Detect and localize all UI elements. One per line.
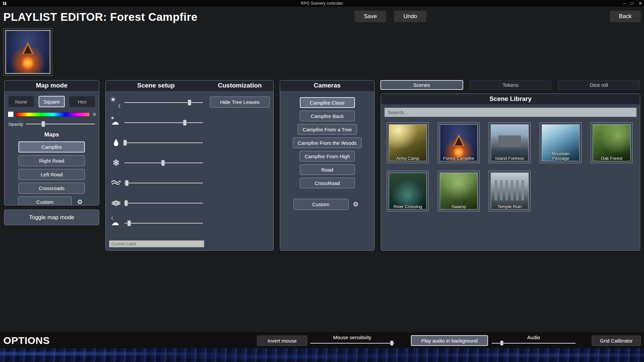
night-clouds-icon: ☾ ☁ <box>108 217 124 229</box>
grid-calibrator-button[interactable]: Grid Calibrator <box>592 336 641 346</box>
fog-icon <box>108 197 124 209</box>
wind-slider[interactable] <box>124 180 203 186</box>
tab-scenes[interactable]: Scenes <box>380 80 463 90</box>
tab-tokens[interactable]: Tokens <box>470 80 552 90</box>
camera-campfire-from-the-woods-button[interactable]: Campfire From the Woods <box>293 137 362 148</box>
map-custom-button[interactable]: Custom <box>18 196 72 205</box>
day-night-row: ☀ ☾ <box>108 96 203 109</box>
save-button[interactable]: Save <box>354 10 386 22</box>
cloudiness-slider[interactable] <box>124 119 203 126</box>
scene-card-label: Forest Campfire <box>438 156 479 161</box>
night-clouds-slider-handle[interactable] <box>127 220 131 226</box>
mouse-sensitivity-label: Mouse sensitivity <box>310 335 394 340</box>
forest-campfire-thumbnail-image <box>5 30 50 74</box>
camera-campfire-back-button[interactable]: Campfire Back <box>300 111 355 121</box>
snow-icon: ❄ <box>108 157 124 169</box>
camera-road-button[interactable]: Road <box>300 164 355 175</box>
invert-mouse-button[interactable]: Invert mouse <box>257 336 307 346</box>
rain-slider[interactable] <box>124 139 203 146</box>
hue-value: 0 <box>92 112 96 117</box>
toggle-map-mode-button[interactable]: Toggle map mode <box>4 209 99 225</box>
map-custom-gear-button[interactable]: ⚙ <box>74 197 85 206</box>
wind-icon <box>108 177 124 189</box>
scene-card-forest-campfire[interactable]: Forest Campfire <box>438 122 480 163</box>
hue-gradient-slider[interactable] <box>16 112 90 117</box>
scene-library-title: Scene Library <box>381 94 640 104</box>
map-mode-panel: Map mode None Square Hex 0 Opacity Maps … <box>4 80 99 205</box>
undo-button[interactable]: Undo <box>394 10 427 22</box>
scene-card-temple-ruin[interactable]: Temple Ruin <box>489 171 531 212</box>
camera-custom-gear-button[interactable]: ⚙ <box>351 199 361 210</box>
camera-campfire-close-button[interactable]: Campfire Close <box>300 97 355 108</box>
snow-row: ❄ <box>108 157 203 169</box>
search-input[interactable] <box>384 108 637 117</box>
cloudiness-slider-handle[interactable] <box>183 120 187 126</box>
playlist-scene-thumbnail[interactable] <box>3 28 52 76</box>
wind-slider-handle[interactable] <box>125 180 129 186</box>
fog-slider-handle[interactable] <box>124 200 128 206</box>
scene-card-army-camp[interactable]: Army Camp <box>387 122 429 163</box>
scene-card-island-fortress[interactable]: Island Fortress <box>489 122 531 163</box>
map-mode-square-button[interactable]: Square <box>39 96 65 107</box>
mouse-sensitivity-slider[interactable] <box>310 341 394 346</box>
rain-slider-handle[interactable] <box>123 140 127 146</box>
options-bar: OPTIONS Invert mouse Mouse sensitivity P… <box>0 333 644 348</box>
audio-volume-slider[interactable] <box>492 341 576 346</box>
cameras-panel-title: Cameras <box>280 80 374 91</box>
scene-card-mountain-passage[interactable]: Mountain Passage <box>540 122 582 163</box>
cloud-sun-icon: ☀ ☁ <box>108 116 124 129</box>
scene-card-label: River Crossing <box>387 204 428 209</box>
tab-dice-roll[interactable]: Dice roll <box>558 80 640 90</box>
camera-crossroad-button[interactable]: CrossRoad <box>300 178 355 188</box>
snow-slider[interactable] <box>124 160 203 166</box>
night-clouds-slider[interactable] <box>124 220 203 227</box>
hide-tree-leaves-button[interactable]: Hide Tree Leaves <box>210 97 270 108</box>
snow-slider-handle[interactable] <box>161 160 165 166</box>
map-mode-hex-button[interactable]: Hex <box>69 96 95 107</box>
day-night-slider-handle[interactable] <box>188 100 192 106</box>
map-campfire-button[interactable]: Campfire <box>18 141 85 153</box>
night-clouds-row: ☾ ☁ <box>108 217 203 229</box>
scene-card-label: Mountain Passage <box>540 152 581 161</box>
custom-label-input[interactable] <box>109 240 204 247</box>
grid-color-swatch[interactable] <box>8 111 14 117</box>
scene-card-label: Swamp <box>438 204 479 209</box>
map-right-road-button[interactable]: Right Road <box>18 155 85 166</box>
scene-card-label: Army Camp <box>387 156 428 161</box>
scene-setup-title: Scene setup <box>106 82 206 89</box>
scene-card-oak-forest[interactable]: Oak Forest <box>591 122 633 163</box>
maximize-icon[interactable]: □ <box>631 0 633 7</box>
mouse-sensitivity-slider-handle[interactable] <box>390 341 393 346</box>
opacity-slider[interactable] <box>26 121 95 127</box>
rain-row <box>108 136 203 149</box>
camera-campfire-from-high-button[interactable]: Campfire From High <box>300 151 355 162</box>
fog-slider[interactable] <box>124 200 203 206</box>
scene-card-swamp[interactable]: Swamp <box>438 171 480 212</box>
wind-row <box>108 177 203 189</box>
title-bar: u RPG Scenery controller – □ ✕ <box>0 0 644 7</box>
day-night-slider[interactable] <box>124 99 203 106</box>
opacity-slider-handle[interactable] <box>41 121 45 127</box>
options-title: OPTIONS <box>3 335 50 346</box>
map-crossroads-button[interactable]: Crossroads <box>18 183 85 194</box>
scene-grid: Army Camp Forest Campfire Island Fortres… <box>381 120 640 212</box>
back-button[interactable]: Back <box>609 10 641 22</box>
cameras-panel: Cameras Campfire Close Campfire Back Cam… <box>280 80 375 251</box>
scene-card-river-crossing[interactable]: River Crossing <box>387 171 429 212</box>
app-window: u RPG Scenery controller – □ ✕ PLAYLIST … <box>0 0 644 362</box>
scene-library-panel: Scene Library Army Camp Forest Campfire … <box>381 94 640 251</box>
gear-icon: ⚙ <box>77 198 83 205</box>
camera-custom-button[interactable]: Custom <box>293 199 348 210</box>
map-mode-panel-title: Map mode <box>4 80 99 91</box>
minimize-icon[interactable]: – <box>623 0 626 7</box>
rain-icon <box>108 136 124 149</box>
map-mode-none-button[interactable]: None <box>8 96 34 107</box>
cloud-sun-row: ☀ ☁ <box>108 116 203 129</box>
camera-campfire-from-a-tree-button[interactable]: Campfire From a Tree <box>298 124 357 135</box>
audio-volume-slider-handle[interactable] <box>500 341 503 346</box>
close-icon[interactable]: ✕ <box>639 0 642 7</box>
play-audio-in-background-button[interactable]: Play audio in background <box>411 335 488 346</box>
maps-section-title: Maps <box>4 131 99 138</box>
customization-title: Customization <box>206 82 273 89</box>
map-left-road-button[interactable]: Left Road <box>18 169 85 180</box>
